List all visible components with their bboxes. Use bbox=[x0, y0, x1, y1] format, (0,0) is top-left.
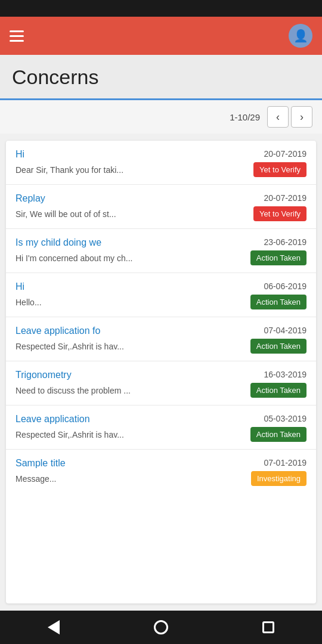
page-title: Concerns bbox=[12, 66, 310, 89]
list-item[interactable]: Trigonometry 16-03-2019 Need to discuss … bbox=[6, 361, 316, 405]
page-header: Concerns bbox=[0, 55, 322, 100]
concern-date: 07-01-2019 bbox=[264, 458, 306, 467]
status-badge: Action Taken bbox=[250, 383, 306, 398]
concern-title: Leave application bbox=[16, 414, 259, 425]
concern-preview: Need to discuss the problem ... bbox=[16, 386, 246, 395]
concern-date: 23-06-2019 bbox=[264, 237, 306, 247]
concern-title: Leave application fo bbox=[16, 326, 259, 336]
home-button[interactable] bbox=[148, 614, 174, 640]
concern-preview: Dear Sir, Thank you for taki... bbox=[16, 165, 249, 175]
status-bar bbox=[0, 0, 322, 17]
avatar[interactable]: 👤 bbox=[289, 24, 312, 48]
pagination-info: 1-10/29 bbox=[230, 112, 260, 122]
concern-date: 06-06-2019 bbox=[264, 281, 306, 291]
concern-title: Is my child doing we bbox=[16, 237, 259, 248]
status-badge: Investigating bbox=[251, 471, 306, 486]
concern-preview: Message... bbox=[16, 474, 246, 484]
recents-button[interactable] bbox=[255, 614, 281, 640]
pagination-bar: 1-10/29 ‹ › bbox=[0, 100, 322, 134]
concern-preview: Hello... bbox=[16, 298, 246, 307]
concern-title: Hi bbox=[16, 281, 259, 292]
list-item[interactable]: Replay 20-07-2019 Sir, We will be out of… bbox=[6, 185, 316, 229]
concern-preview: Respected Sir,.Ashrit is hav... bbox=[16, 430, 246, 439]
home-icon bbox=[154, 620, 168, 634]
concern-title: Hi bbox=[16, 149, 259, 160]
concern-date: 20-07-2019 bbox=[264, 193, 306, 203]
concern-title: Replay bbox=[16, 193, 259, 204]
list-item[interactable]: Leave application 05-03-2019 Respected S… bbox=[6, 405, 316, 450]
status-badge: Yet to Verify bbox=[253, 162, 306, 177]
list-item[interactable]: Hi 20-07-2019 Dear Sir, Thank you for ta… bbox=[6, 141, 316, 185]
list-item[interactable]: Is my child doing we 23-06-2019 Hi I'm c… bbox=[6, 229, 316, 273]
list-item[interactable]: Hi 06-06-2019 Hello... Action Taken bbox=[6, 273, 316, 317]
status-badge: Yet to Verify bbox=[253, 206, 306, 221]
concern-preview: Hi I'm concerned about my ch... bbox=[16, 253, 246, 263]
app-bar: 👤 bbox=[0, 17, 322, 55]
bottom-nav bbox=[0, 611, 322, 644]
recents-icon bbox=[262, 621, 274, 633]
status-badge: Action Taken bbox=[250, 427, 306, 442]
concerns-list: Hi 20-07-2019 Dear Sir, Thank you for ta… bbox=[6, 141, 316, 603]
status-badge: Action Taken bbox=[250, 295, 306, 309]
status-badge: Action Taken bbox=[250, 250, 306, 265]
list-item[interactable]: Sample title 07-01-2019 Message... Inves… bbox=[6, 450, 316, 493]
status-badge: Action Taken bbox=[250, 339, 306, 354]
concern-title: Sample title bbox=[16, 458, 259, 469]
concern-date: 20-07-2019 bbox=[264, 149, 306, 159]
back-button[interactable] bbox=[41, 614, 67, 640]
back-icon bbox=[48, 620, 60, 634]
list-item[interactable]: Leave application fo 07-04-2019 Respecte… bbox=[6, 317, 316, 361]
hamburger-menu-icon[interactable] bbox=[10, 30, 24, 42]
concern-date: 16-03-2019 bbox=[264, 370, 306, 379]
concern-title: Trigonometry bbox=[16, 370, 259, 380]
concern-preview: Sir, We will be out of of st... bbox=[16, 209, 249, 219]
concern-date: 05-03-2019 bbox=[264, 414, 306, 423]
concern-date: 07-04-2019 bbox=[264, 326, 306, 335]
pagination-next-button[interactable]: › bbox=[291, 106, 312, 128]
concern-preview: Respected Sir,.Ashrit is hav... bbox=[16, 342, 246, 351]
pagination-prev-button[interactable]: ‹ bbox=[267, 106, 289, 128]
